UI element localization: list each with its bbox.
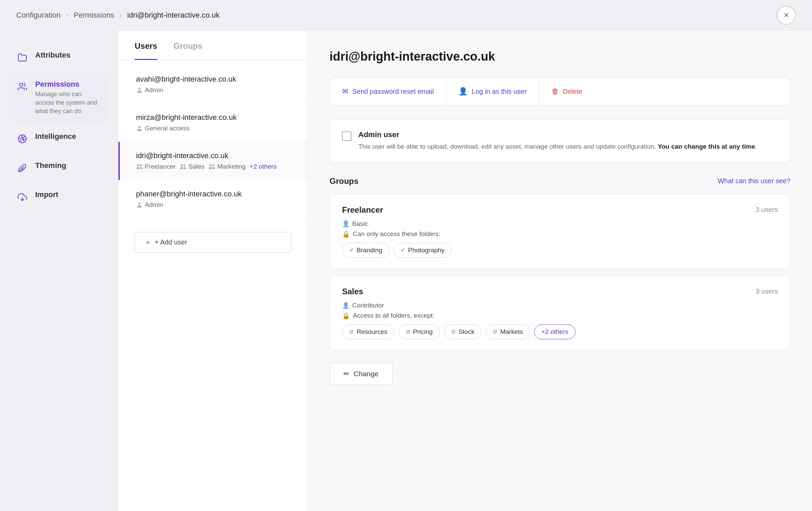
groups-title: Groups [330,176,358,186]
login-as-user-button[interactable]: 👤 Log in as this user [446,78,539,105]
tag-label: Freelancer [145,163,176,170]
folder-name: Resources [357,328,387,336]
group-name-sales: Sales [342,287,363,296]
contributor-icon: 👤 [342,302,349,309]
sidebar-item-theming-text: Theming [35,161,66,170]
user-item-phaner[interactable]: phaner@bright-interactive.co.uk Admin [118,180,308,218]
sidebar-item-permissions-text: Permissions Manage who can access the sy… [35,80,102,116]
breadcrumb-current: idri@bright-interactive.co.uk [127,11,220,20]
folder-tag-extra: +2 others [534,324,576,339]
sidebar-import-label: Import [35,190,58,199]
folder-name: Photography [408,247,445,254]
folder-tags-sales: ⊘ Resources ⊘ Pricing ⊘ Stock ⊘ Markets … [342,324,778,339]
user-item-mirza[interactable]: mirza@bright-interactive.co.uk General a… [118,104,308,142]
user-item-idri[interactable]: idri@bright-interactive.co.uk Freelancer… [118,142,308,180]
add-user-icon: ＋ [144,238,151,247]
breadcrumb: Configuration › Permissions › idri@brigh… [16,11,220,20]
user-email: avahi@bright-interactive.co.uk [136,75,291,84]
delete-user-button[interactable]: 🗑 Delete [539,78,595,105]
tab-users[interactable]: Users [135,30,157,60]
group-card-freelancer: Freelancer 3 users 👤 Basic 🔒 Can only ac… [330,194,790,269]
folder-tag-branding: ✓ Branding [342,243,389,258]
right-panel: idri@bright-interactive.co.uk ✉ Send pas… [308,30,812,511]
tag-label: Marketing [217,163,245,170]
access-label: Can only access these folders: [353,230,441,238]
tag-label: General access [145,125,189,132]
admin-section: Admin user This user will be able to upl… [330,119,790,163]
trash-icon: 🗑 [551,87,559,96]
x-icon: ⊘ [451,328,456,335]
user-email: phaner@bright-interactive.co.uk [136,190,291,198]
sidebar-item-theming[interactable]: Theming [8,154,110,181]
folder-name: Markets [500,328,523,336]
change-button[interactable]: ✏ Change [330,363,392,385]
user-detail-email: idri@bright-interactive.co.uk [330,49,790,64]
folder-name: Branding [357,247,382,254]
sidebar-item-attributes[interactable]: Attributes [8,44,110,70]
add-user-label: + Add user [155,238,187,246]
group-meta-freelancer: 👤 Basic [342,220,778,228]
user-email: mirza@bright-interactive.co.uk [136,113,291,122]
folder-tags-freelancer: ✓ Branding ✓ Photography [342,243,778,258]
group-card-header-sales: Sales 3 users [342,287,778,296]
person-icon: 👤 [458,87,468,96]
user-tag: Admin [136,86,163,94]
center-panel: Users Groups avahi@bright-interactive.co… [118,30,308,511]
sidebar-item-import[interactable]: Import [8,184,110,210]
sidebar-item-intelligence-text: Intelligence [35,132,76,141]
send-reset-label: Send password reset email [352,88,434,95]
tag-label: Sales [188,163,205,170]
tag-label: Admin [145,201,163,209]
check-icon: ✓ [401,247,405,254]
add-user-button[interactable]: ＋ + Add user [135,232,291,253]
admin-desc-text: This user will be able to upload, downlo… [358,143,656,150]
check-icon: ✓ [349,247,354,254]
sidebar-intelligence-label: Intelligence [35,132,76,141]
x-icon: ⊘ [493,328,497,335]
user-meta-icon: 👤 [342,220,349,228]
group-card-sales: Sales 3 users 👤 Contributor 🔒 Access to … [330,276,790,350]
sidebar-item-import-text: Import [35,190,58,199]
sidebar-permissions-desc: Manage who can access the system and wha… [35,90,102,116]
sidebar-permissions-label: Permissions [35,80,102,89]
extra-folders-label: +2 others [541,328,568,336]
admin-desc-end: . [755,143,757,150]
sidebar-item-permissions[interactable]: Permissions Manage who can access the sy… [8,73,110,123]
admin-title: Admin user [358,130,778,139]
close-icon: × [784,10,789,20]
tab-groups[interactable]: Groups [174,30,202,60]
users-list: avahi@bright-interactive.co.uk Admin mir… [118,60,308,224]
group-name-freelancer: Freelancer [342,205,383,215]
group-users-freelancer: 3 users [755,206,778,214]
user-tags: General access [136,125,291,132]
breadcrumb-sep-2: › [119,11,122,19]
folder-tag-stock: ⊘ Stock [444,324,482,339]
user-tags: Admin [136,86,291,94]
brush-icon [16,162,28,174]
admin-checkbox[interactable] [342,131,352,141]
user-tags: Freelancer Sales Marketing +2 others [136,163,291,170]
breadcrumb-permissions[interactable]: Permissions [74,11,114,20]
x-icon: ⊘ [349,328,354,335]
login-label: Log in as this user [472,88,526,95]
folder-name: Pricing [413,328,433,336]
user-tag-freelancer: Freelancer [136,163,176,170]
lock-icon: 🔒 [342,230,350,238]
user-tag-sales: Sales [180,163,205,170]
user-item-avahi[interactable]: avahi@bright-interactive.co.uk Admin [118,65,308,104]
group-users-sales: 3 users [755,288,778,295]
folder-name: Stock [458,328,475,336]
tabs: Users Groups [118,30,308,60]
user-email: idri@bright-interactive.co.uk [136,151,291,160]
delete-label: Delete [563,88,583,95]
sidebar-item-intelligence[interactable]: Intelligence [8,125,110,152]
cloud-icon [16,191,28,203]
mail-icon: ✉ [342,87,348,96]
what-can-user-see-link[interactable]: What can this user see? [718,177,790,185]
sidebar-attributes-label: Attributes [35,51,70,60]
user-tag: General access [136,125,189,132]
close-button[interactable]: × [777,6,796,25]
breadcrumb-configuration[interactable]: Configuration [16,11,61,20]
intelligence-icon [16,133,28,145]
send-password-reset-button[interactable]: ✉ Send password reset email [330,78,446,105]
